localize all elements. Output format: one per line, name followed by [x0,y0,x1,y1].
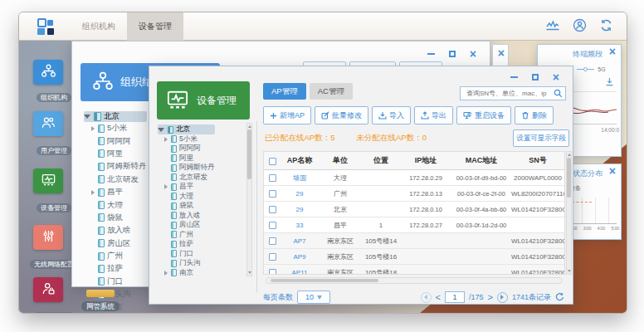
maximize-icon[interactable] [532,74,539,81]
page-input[interactable]: 1 [445,291,465,303]
sidebar-item-org[interactable] [33,60,63,85]
cell-ap-name[interactable]: 29 [281,190,319,198]
add-ap-button[interactable]: 新增AP [263,106,311,124]
tree-node-root[interactable]: 北京 [84,111,147,122]
tree-node[interactable]: 阿里 [91,148,147,160]
scrollbar-thumb[interactable] [567,158,571,198]
tab-device-management[interactable]: 设备管理 [127,12,183,41]
row-checkbox[interactable] [264,237,281,244]
tree-node[interactable]: 大理 [164,192,215,202]
row-checkbox[interactable] [264,205,281,212]
tree-node[interactable]: 5小米 [164,134,215,144]
page-size-select[interactable]: 10 [297,290,330,304]
search-input[interactable] [465,89,554,98]
prev-page-button[interactable]: < [436,293,441,301]
tree-node[interactable]: 房山区 [164,221,215,231]
row-checkbox[interactable] [264,173,281,181]
col-location[interactable]: 位置 [362,155,400,166]
tree-node[interactable]: 袋鼠 [164,202,215,212]
table-row[interactable]: 33 昌平 1 172.28.0.27 00-03-0f-1d-2d-00 [264,217,564,233]
expander-closed-icon[interactable] [164,184,168,189]
refresh-icon[interactable] [555,292,564,303]
scroll-down-icon[interactable] [568,270,571,272]
tree-node[interactable]: 广州 [91,250,147,262]
row-checkbox[interactable] [264,268,281,275]
tree-node[interactable]: 广州 [164,230,215,240]
tree-node[interactable]: 门口 [91,276,147,288]
tab-ap-management[interactable]: AP管理 [263,83,306,100]
col-mac[interactable]: MAC地址 [451,155,511,166]
tree-scrollbar[interactable] [246,123,252,276]
sidebar-item-users[interactable] [33,111,63,136]
import-button[interactable]: 导入 [372,106,411,124]
row-checkbox[interactable] [264,221,281,228]
tree-node[interactable]: 南京 [164,268,215,278]
scroll-down-icon[interactable] [248,271,251,274]
delete-button[interactable]: 删除 [515,106,554,124]
tree-node[interactable]: 北京研发 [91,173,147,186]
minimize-icon[interactable] [510,76,518,78]
expander-open-icon[interactable] [158,128,164,132]
table-row[interactable]: 墙面 大理 172.28.0.29 00-03-0f-d9-bd-00 2000… [264,170,564,186]
col-ip[interactable]: IP地址 [400,155,451,166]
tree-node[interactable]: 阿姆斯特丹 [91,160,147,173]
row-checkbox[interactable] [264,252,281,260]
tree-node[interactable]: 5小米 [91,122,147,134]
tree-node[interactable]: 门口 [164,249,215,259]
tree-node[interactable]: 昌平 [91,186,147,198]
tree-node[interactable]: 放入啥 [91,224,147,237]
tree-node[interactable]: 阿姆斯特丹 [164,164,215,173]
tree-node-root[interactable]: 北京 [158,124,215,134]
tree-node[interactable]: 阿阿阿 [91,134,147,147]
batch-edit-button[interactable]: 批量修改 [315,106,368,124]
configure-fields-button[interactable]: 设置可显示字段 [513,129,569,147]
expander-closed-icon[interactable] [164,137,168,142]
account-icon[interactable] [573,18,587,32]
search-icon[interactable] [554,86,563,101]
table-row[interactable]: AP7 南京东区 105号楼14 WL014210F328000 [264,233,564,249]
table-row[interactable]: 29 北京 172.28.0.10 00-03-0f-4a-bb-60 WL01… [264,202,564,217]
sidebar-item-devices[interactable] [33,168,63,193]
expander-open-icon[interactable] [84,115,90,119]
tab-ac-management[interactable]: AC管理 [310,83,353,100]
expander-closed-icon[interactable] [91,190,95,195]
tree-node[interactable]: 房山区 [91,237,147,250]
cell-ap-name[interactable]: 33 [281,222,319,229]
tree-node[interactable]: 阿阿阿 [164,144,215,154]
close-icon[interactable]: × [609,167,616,175]
scrollbar-thumb[interactable] [271,279,378,282]
sidebar-item-admins[interactable] [33,277,63,302]
next-page-button[interactable]: > [488,293,493,301]
close-icon[interactable]: × [470,50,476,58]
restart-device-button[interactable]: 重启设备 [456,106,511,124]
tree-node[interactable]: 北京研发 [164,173,215,183]
table-row[interactable]: 29 广州 172.28.0.13 00-03-0f-ce-2f-00 WL82… [264,186,564,202]
sync-icon[interactable] [599,18,613,32]
line-chart-icon[interactable] [545,19,560,32]
cell-ap-name[interactable]: 29 [281,206,319,213]
last-page-button[interactable] [497,292,508,303]
col-sn[interactable]: SN号 [511,155,564,166]
download-icon[interactable] [605,75,614,90]
table-row[interactable]: AP11 南京东区 105号楼18 WL014210F328000 [264,265,564,275]
expander-closed-icon[interactable] [91,126,95,131]
tree-node[interactable]: 放入啥 [164,211,215,221]
row-checkbox[interactable] [264,189,281,197]
minimize-icon[interactable] [427,53,435,55]
tree-node[interactable]: 袋鼠 [91,212,147,224]
export-button[interactable]: 导出 [414,106,453,124]
col-unit[interactable]: 单位 [319,155,362,166]
cell-ap-name[interactable]: 墙面 [281,173,319,183]
maximize-icon[interactable] [449,51,456,57]
col-ap-name[interactable]: AP名称 [281,155,319,166]
expander-closed-icon[interactable] [164,271,168,276]
scroll-up-icon[interactable] [568,154,571,156]
table-row[interactable]: AP9 南京东区 105号楼16 WL014210F328000 [264,249,564,265]
cell-ap-name[interactable]: AP7 [281,237,319,245]
tree-node[interactable]: 阿里 [164,154,215,164]
tab-org-structure[interactable]: 组织机构 [71,12,127,41]
table-scrollbar[interactable] [566,151,572,275]
sidebar-item-wireless-config[interactable] [33,225,63,250]
tree-node[interactable]: 拉萨 [164,240,215,250]
tree-node[interactable]: 昌平 [164,183,215,193]
